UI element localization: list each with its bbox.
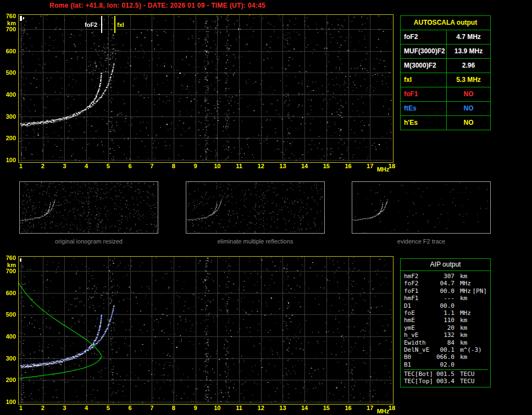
x-tick-label: 5 [100, 163, 117, 169]
x-tick-label: 5 [100, 405, 117, 411]
aip-row-value: 110 [435, 317, 455, 324]
aip-row: hmF2307km [404, 273, 488, 280]
aip-row: B0066.0km [404, 353, 488, 361]
aip-table-body: hmF2307kmfoF204.7MHzfoF100.0MHz[PN]hmF1-… [401, 271, 490, 387]
aip-row-name: Ewidth [404, 339, 435, 346]
aip-row-value: 066.0 [435, 353, 455, 361]
autoscala-row: fxI5.3 MHz [401, 73, 490, 87]
aip-row-unit: MHz [460, 309, 471, 317]
autoscala-row-label: foF2 [401, 30, 446, 44]
aip-row-name: D1 [404, 302, 435, 309]
x-axis-unit-label: MHz [374, 166, 392, 173]
aip-row-unit: km [460, 273, 467, 280]
y-tick-label: 400 [2, 333, 16, 340]
x-tick-label: 12 [253, 163, 269, 169]
aip-row-value: --- [435, 295, 455, 302]
ionogram-plot-top [18, 14, 394, 163]
aip-row-name: hmE [404, 317, 435, 324]
thumbnail-f2-trace [352, 181, 491, 234]
x-axis-unit-label: MHz [374, 408, 392, 414]
autoscala-row-value: 5.3 MHz [446, 73, 490, 87]
ionogram-canvas-bottom [19, 257, 392, 403]
x-tick-label: 12 [253, 405, 269, 411]
aip-row-value: 84 [435, 339, 455, 346]
autoscala-row-label: MUF(3000)F2 [401, 45, 446, 58]
thumbnail-caption-f2trace: evidence F2 trace [352, 238, 491, 245]
aip-row: foF100.0MHz[PN] [404, 287, 488, 295]
aip-row-value: 00.0 [435, 302, 455, 309]
aip-row: h_vE132km [404, 331, 488, 339]
y-tick-label: 700 [2, 268, 16, 274]
aip-row: B102.0 [404, 361, 488, 368]
y-tick-label: 300 [2, 355, 16, 362]
aip-row-unit: km [460, 295, 467, 302]
x-tick-label: 2 [35, 163, 51, 169]
y-tick-label: 300 [2, 113, 16, 120]
aip-row-value: 003.4 [435, 378, 455, 385]
aip-row-value: 307 [435, 273, 455, 280]
aip-row-value: 1.1 [435, 309, 455, 317]
fxi-marker-label: fxI [117, 21, 124, 28]
autoscala-row-label: fxI [401, 73, 446, 87]
aip-row-value: 04.7 [435, 280, 455, 287]
y-tick-label: 600 [2, 48, 16, 54]
x-tick-label: 9 [187, 405, 204, 411]
autoscala-row-label: foF1 [401, 87, 446, 101]
aip-row-name: TEC[Top] [404, 378, 435, 385]
autoscala-row-value: 4.7 MHz [446, 30, 490, 44]
aip-row-value: 02.0 [435, 361, 455, 368]
autoscala-row-label: h'Es [401, 116, 446, 130]
x-tick-label: 6 [122, 163, 138, 169]
y-tick-label: 600 [2, 290, 16, 296]
y-axis-unit-label: km [2, 20, 16, 26]
aip-row-name: DelN_vE [404, 346, 435, 353]
thumbnail-canvas-original [20, 182, 158, 233]
aip-row-unit: km [460, 317, 467, 324]
autoscala-row: M(3000)F22.96 [401, 58, 490, 73]
aip-row-unit: MHz [460, 287, 471, 295]
aip-row-value: 132 [435, 331, 455, 339]
aip-row-value: 00.0 [435, 287, 455, 295]
x-tick-label: 6 [122, 405, 138, 411]
thumbnail-caption-original: original ionogram resized [19, 238, 158, 245]
aip-row: D100.0 [404, 302, 488, 309]
thumbnail-caption-reflections: eliminate multiple reflections [186, 238, 325, 245]
x-tick-label: 16 [340, 405, 357, 411]
ionogram-plot-bottom [18, 256, 394, 405]
x-tick-label: 2 [35, 405, 51, 411]
aip-row-unit: km [460, 339, 467, 346]
autoscala-row-value: 13.9 MHz [446, 45, 490, 58]
y-axis-unit-label: km [2, 262, 16, 268]
x-tick-label: 7 [143, 405, 160, 411]
x-tick-label: 13 [274, 163, 291, 169]
y-tick-label: 500 [2, 69, 16, 76]
aip-row-value: 20 [435, 324, 455, 331]
aip-row-unit: km [460, 353, 467, 361]
aip-row: TEC[Bot]001.5TECU [404, 369, 488, 378]
x-tick-label: 15 [318, 163, 335, 169]
autoscala-row: h'EsNO [401, 115, 490, 130]
x-tick-label: 10 [209, 405, 225, 411]
ionogram-canvas-top [19, 15, 392, 161]
aip-row-name: hmF1 [404, 295, 435, 302]
x-tick-label: 11 [231, 163, 247, 169]
x-tick-label: 15 [318, 405, 335, 411]
y-tick-label: 760 [2, 254, 16, 261]
aip-row: foE1.1MHz [404, 309, 488, 317]
aip-row: foF204.7MHz [404, 280, 488, 287]
thumbnail-multiple-reflections [186, 181, 325, 234]
aip-row: Ewidth84km [404, 339, 488, 346]
autoscala-table: AUTOSCALA output foF24.7 MHzMUF(3000)F21… [400, 15, 491, 130]
x-tick-label: 16 [340, 163, 357, 169]
aip-row-unit: TECU [460, 378, 475, 385]
autoscala-row-value: NO [446, 102, 490, 115]
aip-table: AIP output hmF2307kmfoF204.7MHzfoF100.0M… [400, 258, 491, 388]
aip-row: ymE20km [404, 324, 488, 331]
x-tick-label: 13 [274, 405, 291, 411]
x-tick-label: 3 [56, 163, 73, 169]
y-tick-label: 400 [2, 91, 16, 98]
aip-row-name: foF2 [404, 280, 435, 287]
aip-row-name: B1 [404, 361, 435, 368]
aip-row-name: ymE [404, 324, 435, 331]
thumbnail-canvas-f2trace [352, 182, 490, 233]
